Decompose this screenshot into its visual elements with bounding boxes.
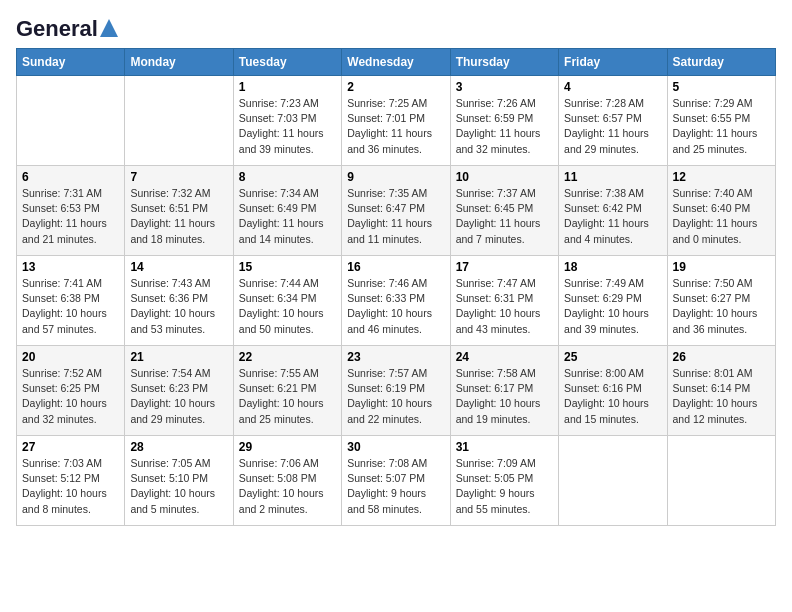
day-info: Sunrise: 7:43 AMSunset: 6:36 PMDaylight:… — [130, 276, 227, 337]
day-info: Sunrise: 7:58 AMSunset: 6:17 PMDaylight:… — [456, 366, 553, 427]
day-number: 7 — [130, 170, 227, 184]
day-number: 18 — [564, 260, 661, 274]
day-cell — [125, 76, 233, 166]
day-cell: 13Sunrise: 7:41 AMSunset: 6:38 PMDayligh… — [17, 256, 125, 346]
day-cell: 28Sunrise: 7:05 AMSunset: 5:10 PMDayligh… — [125, 436, 233, 526]
day-info: Sunrise: 7:55 AMSunset: 6:21 PMDaylight:… — [239, 366, 336, 427]
day-info: Sunrise: 7:23 AMSunset: 7:03 PMDaylight:… — [239, 96, 336, 157]
day-number: 21 — [130, 350, 227, 364]
day-info: Sunrise: 7:09 AMSunset: 5:05 PMDaylight:… — [456, 456, 553, 517]
day-cell: 11Sunrise: 7:38 AMSunset: 6:42 PMDayligh… — [559, 166, 667, 256]
day-info: Sunrise: 7:35 AMSunset: 6:47 PMDaylight:… — [347, 186, 444, 247]
day-cell: 24Sunrise: 7:58 AMSunset: 6:17 PMDayligh… — [450, 346, 558, 436]
day-info: Sunrise: 7:28 AMSunset: 6:57 PMDaylight:… — [564, 96, 661, 157]
col-header-saturday: Saturday — [667, 49, 775, 76]
day-info: Sunrise: 7:46 AMSunset: 6:33 PMDaylight:… — [347, 276, 444, 337]
day-info: Sunrise: 7:49 AMSunset: 6:29 PMDaylight:… — [564, 276, 661, 337]
day-info: Sunrise: 7:25 AMSunset: 7:01 PMDaylight:… — [347, 96, 444, 157]
day-cell: 17Sunrise: 7:47 AMSunset: 6:31 PMDayligh… — [450, 256, 558, 346]
week-row-5: 27Sunrise: 7:03 AMSunset: 5:12 PMDayligh… — [17, 436, 776, 526]
week-row-3: 13Sunrise: 7:41 AMSunset: 6:38 PMDayligh… — [17, 256, 776, 346]
day-info: Sunrise: 8:00 AMSunset: 6:16 PMDaylight:… — [564, 366, 661, 427]
day-number: 12 — [673, 170, 770, 184]
page-header: General — [16, 16, 776, 38]
day-number: 3 — [456, 80, 553, 94]
day-number: 4 — [564, 80, 661, 94]
day-info: Sunrise: 7:05 AMSunset: 5:10 PMDaylight:… — [130, 456, 227, 517]
day-info: Sunrise: 7:32 AMSunset: 6:51 PMDaylight:… — [130, 186, 227, 247]
day-number: 6 — [22, 170, 119, 184]
day-info: Sunrise: 7:31 AMSunset: 6:53 PMDaylight:… — [22, 186, 119, 247]
logo: General — [16, 16, 118, 38]
day-number: 23 — [347, 350, 444, 364]
day-cell: 12Sunrise: 7:40 AMSunset: 6:40 PMDayligh… — [667, 166, 775, 256]
day-info: Sunrise: 7:34 AMSunset: 6:49 PMDaylight:… — [239, 186, 336, 247]
day-number: 26 — [673, 350, 770, 364]
day-info: Sunrise: 7:52 AMSunset: 6:25 PMDaylight:… — [22, 366, 119, 427]
day-cell: 29Sunrise: 7:06 AMSunset: 5:08 PMDayligh… — [233, 436, 341, 526]
day-info: Sunrise: 7:08 AMSunset: 5:07 PMDaylight:… — [347, 456, 444, 517]
day-number: 5 — [673, 80, 770, 94]
day-cell: 27Sunrise: 7:03 AMSunset: 5:12 PMDayligh… — [17, 436, 125, 526]
day-cell: 6Sunrise: 7:31 AMSunset: 6:53 PMDaylight… — [17, 166, 125, 256]
col-header-sunday: Sunday — [17, 49, 125, 76]
day-cell: 9Sunrise: 7:35 AMSunset: 6:47 PMDaylight… — [342, 166, 450, 256]
day-number: 17 — [456, 260, 553, 274]
day-number: 27 — [22, 440, 119, 454]
day-info: Sunrise: 7:03 AMSunset: 5:12 PMDaylight:… — [22, 456, 119, 517]
col-header-tuesday: Tuesday — [233, 49, 341, 76]
day-number: 28 — [130, 440, 227, 454]
calendar-table: SundayMondayTuesdayWednesdayThursdayFrid… — [16, 48, 776, 526]
day-number: 16 — [347, 260, 444, 274]
day-cell: 10Sunrise: 7:37 AMSunset: 6:45 PMDayligh… — [450, 166, 558, 256]
day-cell: 8Sunrise: 7:34 AMSunset: 6:49 PMDaylight… — [233, 166, 341, 256]
day-cell: 1Sunrise: 7:23 AMSunset: 7:03 PMDaylight… — [233, 76, 341, 166]
header-row: SundayMondayTuesdayWednesdayThursdayFrid… — [17, 49, 776, 76]
day-info: Sunrise: 7:06 AMSunset: 5:08 PMDaylight:… — [239, 456, 336, 517]
day-info: Sunrise: 7:54 AMSunset: 6:23 PMDaylight:… — [130, 366, 227, 427]
day-info: Sunrise: 7:37 AMSunset: 6:45 PMDaylight:… — [456, 186, 553, 247]
day-cell: 26Sunrise: 8:01 AMSunset: 6:14 PMDayligh… — [667, 346, 775, 436]
day-info: Sunrise: 7:29 AMSunset: 6:55 PMDaylight:… — [673, 96, 770, 157]
svg-marker-0 — [100, 19, 118, 37]
day-cell — [667, 436, 775, 526]
day-number: 9 — [347, 170, 444, 184]
day-number: 20 — [22, 350, 119, 364]
day-cell: 20Sunrise: 7:52 AMSunset: 6:25 PMDayligh… — [17, 346, 125, 436]
day-number: 11 — [564, 170, 661, 184]
day-cell: 15Sunrise: 7:44 AMSunset: 6:34 PMDayligh… — [233, 256, 341, 346]
day-number: 10 — [456, 170, 553, 184]
day-cell: 14Sunrise: 7:43 AMSunset: 6:36 PMDayligh… — [125, 256, 233, 346]
day-number: 29 — [239, 440, 336, 454]
day-number: 8 — [239, 170, 336, 184]
col-header-thursday: Thursday — [450, 49, 558, 76]
day-info: Sunrise: 8:01 AMSunset: 6:14 PMDaylight:… — [673, 366, 770, 427]
day-info: Sunrise: 7:26 AMSunset: 6:59 PMDaylight:… — [456, 96, 553, 157]
day-number: 1 — [239, 80, 336, 94]
col-header-wednesday: Wednesday — [342, 49, 450, 76]
day-cell: 22Sunrise: 7:55 AMSunset: 6:21 PMDayligh… — [233, 346, 341, 436]
week-row-1: 1Sunrise: 7:23 AMSunset: 7:03 PMDaylight… — [17, 76, 776, 166]
day-cell: 4Sunrise: 7:28 AMSunset: 6:57 PMDaylight… — [559, 76, 667, 166]
day-cell: 23Sunrise: 7:57 AMSunset: 6:19 PMDayligh… — [342, 346, 450, 436]
day-number: 13 — [22, 260, 119, 274]
day-cell: 18Sunrise: 7:49 AMSunset: 6:29 PMDayligh… — [559, 256, 667, 346]
day-cell — [559, 436, 667, 526]
week-row-4: 20Sunrise: 7:52 AMSunset: 6:25 PMDayligh… — [17, 346, 776, 436]
day-number: 15 — [239, 260, 336, 274]
day-cell: 2Sunrise: 7:25 AMSunset: 7:01 PMDaylight… — [342, 76, 450, 166]
day-info: Sunrise: 7:44 AMSunset: 6:34 PMDaylight:… — [239, 276, 336, 337]
day-info: Sunrise: 7:41 AMSunset: 6:38 PMDaylight:… — [22, 276, 119, 337]
day-cell: 21Sunrise: 7:54 AMSunset: 6:23 PMDayligh… — [125, 346, 233, 436]
day-cell: 7Sunrise: 7:32 AMSunset: 6:51 PMDaylight… — [125, 166, 233, 256]
day-cell — [17, 76, 125, 166]
day-number: 31 — [456, 440, 553, 454]
col-header-monday: Monday — [125, 49, 233, 76]
day-number: 22 — [239, 350, 336, 364]
day-cell: 3Sunrise: 7:26 AMSunset: 6:59 PMDaylight… — [450, 76, 558, 166]
day-info: Sunrise: 7:38 AMSunset: 6:42 PMDaylight:… — [564, 186, 661, 247]
day-cell: 31Sunrise: 7:09 AMSunset: 5:05 PMDayligh… — [450, 436, 558, 526]
day-cell: 19Sunrise: 7:50 AMSunset: 6:27 PMDayligh… — [667, 256, 775, 346]
day-number: 14 — [130, 260, 227, 274]
day-number: 24 — [456, 350, 553, 364]
